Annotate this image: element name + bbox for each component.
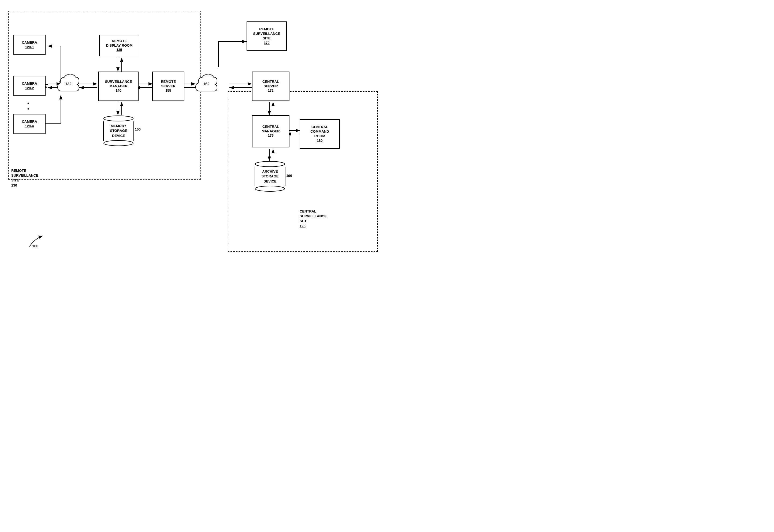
archive-storage-label: ARCHIVESTORAGEDEVICE [261, 169, 278, 184]
central-server-172-box: CENTRALSERVER 172 [252, 72, 289, 101]
central-manager-label: CENTRALMANAGER [262, 125, 280, 134]
camera-120-1-box: CAMERA 120-1 [13, 35, 46, 55]
camera-120-2-number: 120-2 [25, 86, 34, 91]
memory-storage-150-cylinder: MEMORYSTORAGEDEVICE [103, 115, 134, 146]
camera-120-2-label: CAMERA [22, 81, 37, 86]
camera-120-1-label: CAMERA [22, 40, 37, 45]
central-command-room-180-box: CENTRALCOMMANDROOM 180 [300, 119, 340, 149]
remote-surveillance-site-170-label: REMOTESURVEILLANCESITE [253, 27, 280, 41]
figure-100-label: 100 [32, 244, 38, 248]
svg-text:162: 162 [203, 82, 210, 86]
svg-point-33 [255, 186, 285, 191]
svg-point-30 [104, 140, 133, 146]
central-server-label: CENTRALSERVER [262, 80, 279, 89]
remote-display-room-135-box: REMOTEDISPLAY ROOM 135 [99, 35, 139, 56]
remote-surveillance-site-170-box: REMOTESURVEILLANCESITE 170 [247, 21, 287, 51]
camera-120-n-label: CAMERA [22, 120, 37, 124]
central-command-room-number: 180 [317, 139, 323, 143]
surveillance-manager-140-box: SURVEILLANCEMANAGER 140 [98, 72, 139, 101]
camera-120-1-number: 120-1 [25, 45, 34, 50]
camera-120-2-box: CAMERA 120-2 [13, 76, 46, 96]
central-surveillance-site-195-label: CENTRALSURVEILLANCESITE195 [300, 209, 327, 229]
remote-server-number: 155 [165, 88, 171, 93]
network-132-cloud: 132 [56, 72, 80, 99]
surveillance-manager-label: SURVEILLANCEMANAGER [105, 80, 132, 89]
central-manager-175-box: CENTRALMANAGER 175 [252, 115, 289, 147]
remote-server-label: REMOTESERVER [161, 80, 176, 89]
remote-surveillance-site-170-number: 170 [264, 41, 270, 45]
camera-120-n-number: 120-n [25, 124, 34, 129]
diagram: CAMERA 120-1 CAMERA 120-2 CAMERA 120-n •… [0, 0, 387, 266]
svg-point-29 [104, 116, 133, 121]
memory-storage-label: MEMORYSTORAGEDEVICE [110, 124, 127, 138]
svg-point-32 [255, 161, 285, 167]
surveillance-manager-number: 140 [116, 88, 121, 93]
camera-120-n-box: CAMERA 120-n [13, 114, 46, 134]
memory-storage-number: 150 [135, 127, 141, 131]
central-manager-number: 175 [268, 133, 274, 138]
remote-display-room-number: 135 [116, 48, 122, 52]
central-command-room-label: CENTRALCOMMANDROOM [310, 125, 329, 139]
remote-display-room-label: REMOTEDISPLAY ROOM [106, 39, 133, 48]
ellipsis-dots: •• [27, 101, 29, 112]
archive-storage-190-cylinder: ARCHIVESTORAGEDEVICE [255, 161, 285, 192]
central-server-number: 172 [268, 88, 274, 93]
svg-text:132: 132 [65, 82, 72, 86]
remote-server-155-box: REMOTESERVER 155 [152, 72, 184, 101]
remote-surveillance-site-130-label: REMOTESURVEILLANCESITE130 [11, 168, 38, 188]
archive-storage-number: 190 [286, 174, 292, 178]
network-162-cloud: 162 [194, 72, 218, 99]
